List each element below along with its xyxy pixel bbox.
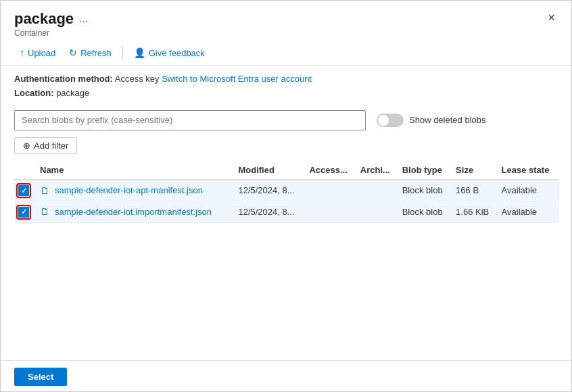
- upload-button[interactable]: ↑ Upload: [14, 45, 61, 61]
- panel-header: package ... Container ×: [1, 1, 572, 41]
- location-label: Location:: [14, 88, 54, 98]
- file-name-link[interactable]: sample-defender-iot.importmanifest.json: [55, 207, 212, 217]
- close-button[interactable]: ×: [544, 10, 559, 25]
- search-bar-row: Show deleted blobs: [1, 105, 572, 134]
- auth-value-text: Access key: [115, 74, 160, 84]
- upload-icon: ↑: [20, 47, 24, 58]
- row-archive: [356, 180, 398, 201]
- col-modified[interactable]: Modified: [234, 160, 305, 180]
- auth-method-label: Authentication method:: [14, 74, 113, 84]
- feedback-button[interactable]: 👤 Give feedback: [128, 45, 210, 61]
- row-blob-type: Block blob: [398, 180, 452, 201]
- col-access[interactable]: Access...: [305, 160, 356, 180]
- auth-info-line: Authentication method: Access key Switch…: [14, 72, 559, 87]
- checkbox-0[interactable]: ✓: [18, 185, 29, 196]
- row-checkbox-cell[interactable]: ✓: [14, 201, 36, 223]
- col-blob-type[interactable]: Blob type: [398, 160, 452, 180]
- toolbar: ↑ Upload ↻ Refresh 👤 Give feedback: [1, 41, 572, 66]
- panel-subtitle: Container: [14, 28, 88, 38]
- col-checkbox: [14, 160, 36, 180]
- row-access: [305, 180, 356, 201]
- refresh-button[interactable]: ↻ Refresh: [64, 45, 117, 61]
- toggle-row: Show deleted blobs: [377, 114, 485, 127]
- location-text: package: [56, 88, 89, 98]
- select-button[interactable]: Select: [14, 368, 67, 386]
- table-header-row: Name Modified Access... Archi... Blob ty…: [14, 160, 559, 180]
- col-lease-state[interactable]: Lease state: [498, 160, 559, 180]
- add-filter-icon: ⊕: [23, 141, 30, 151]
- header-ellipsis[interactable]: ...: [79, 13, 88, 25]
- panel: package ... Container × ↑ Upload ↻ Refre…: [1, 1, 572, 392]
- col-name[interactable]: Name: [36, 160, 234, 180]
- col-size[interactable]: Size: [452, 160, 497, 180]
- show-deleted-toggle[interactable]: [377, 114, 404, 127]
- blobs-table: Name Modified Access... Archi... Blob ty…: [14, 160, 559, 223]
- add-filter-label: Add filter: [34, 141, 68, 151]
- file-icon: 🗋: [40, 185, 51, 196]
- panel-title: package ...: [14, 10, 88, 28]
- row-name: 🗋sample-defender-iot-apt-manifest.json: [36, 180, 234, 201]
- add-filter-button[interactable]: ⊕ Add filter: [14, 137, 77, 154]
- feedback-label: Give feedback: [149, 48, 205, 58]
- row-name: 🗋sample-defender-iot.importmanifest.json: [36, 201, 234, 223]
- row-size: 166 B: [452, 180, 497, 201]
- search-input[interactable]: [14, 110, 366, 130]
- toggle-knob: [378, 115, 389, 126]
- search-input-wrap: [14, 110, 366, 130]
- checkbox-1[interactable]: ✓: [18, 207, 29, 218]
- row-blob-type: Block blob: [398, 201, 452, 223]
- filter-row: ⊕ Add filter: [1, 134, 572, 160]
- table-row: ✓🗋sample-defender-iot.importmanifest.jso…: [14, 201, 559, 223]
- row-access: [305, 201, 356, 223]
- row-modified: 12/5/2024, 8...: [234, 201, 305, 223]
- entra-link[interactable]: Switch to Microsoft Entra user account: [162, 74, 312, 84]
- row-archive: [356, 201, 398, 223]
- table-row: ✓🗋sample-defender-iot-apt-manifest.json1…: [14, 180, 559, 201]
- footer: Select: [1, 360, 572, 392]
- row-modified: 12/5/2024, 8...: [234, 180, 305, 201]
- refresh-label: Refresh: [80, 48, 112, 58]
- file-icon: 🗋: [40, 206, 51, 217]
- toolbar-separator: [122, 46, 123, 59]
- col-archive[interactable]: Archi...: [356, 160, 398, 180]
- upload-label: Upload: [28, 48, 55, 58]
- location-info-line: Location: package: [14, 87, 559, 101]
- file-name-link[interactable]: sample-defender-iot-apt-manifest.json: [55, 185, 203, 195]
- table-section: Name Modified Access... Archi... Blob ty…: [1, 160, 572, 360]
- info-section: Authentication method: Access key Switch…: [1, 66, 572, 105]
- refresh-icon: ↻: [69, 47, 77, 58]
- row-size: 1.66 KiB: [452, 201, 497, 223]
- row-lease-state: Available: [498, 180, 559, 201]
- row-checkbox-cell[interactable]: ✓: [14, 180, 36, 201]
- panel-title-area: package ... Container: [14, 10, 88, 38]
- show-deleted-label: Show deleted blobs: [409, 115, 485, 125]
- row-lease-state: Available: [498, 201, 559, 223]
- title-text: package: [14, 10, 74, 28]
- feedback-icon: 👤: [134, 47, 145, 58]
